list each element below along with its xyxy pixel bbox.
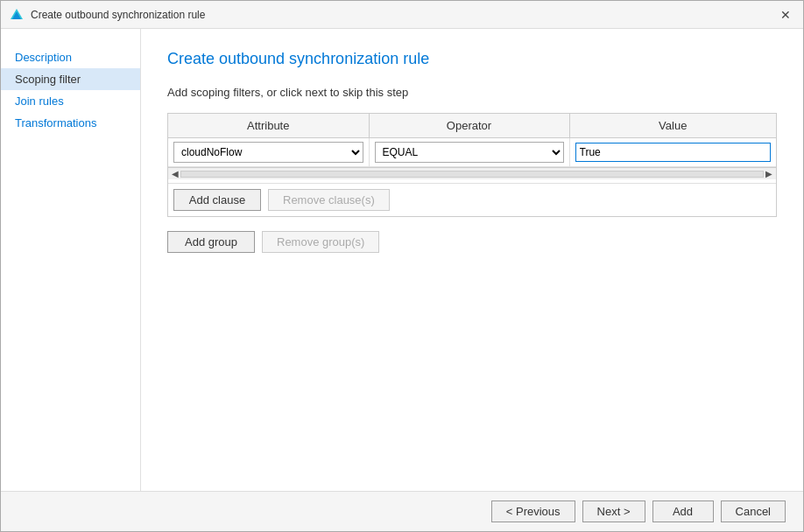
sidebar-item-transformations[interactable]: Transformations <box>1 112 140 134</box>
main-content: Create outbound synchronization rule Add… <box>141 29 803 491</box>
scrollbar-row: ◀ ▶ <box>168 167 776 179</box>
dialog: Create outbound synchronization rule ✕ D… <box>0 0 804 532</box>
value-input[interactable] <box>575 143 771 162</box>
add-group-button[interactable]: Add group <box>167 231 255 253</box>
operator-cell: EQUAL <box>369 138 569 167</box>
content-area: Description Scoping filter Join rules Tr… <box>1 29 803 491</box>
clause-buttons: Add clause Remove clause(s) <box>168 183 776 216</box>
next-button[interactable]: Next > <box>582 500 645 522</box>
scrollbar-track[interactable] <box>180 171 764 178</box>
operator-select[interactable]: EQUAL <box>375 142 564 163</box>
cancel-button[interactable]: Cancel <box>721 500 786 522</box>
sidebar-item-description[interactable]: Description <box>1 46 140 68</box>
remove-clause-button[interactable]: Remove clause(s) <box>268 189 390 211</box>
instruction-text: Add scoping filters, or click next to sk… <box>167 86 777 99</box>
page-title: Create outbound synchronization rule <box>167 50 777 68</box>
title-bar-left: Create outbound synchronization rule <box>10 8 205 22</box>
value-cell <box>569 138 776 167</box>
title-bar-text: Create outbound synchronization rule <box>31 9 205 21</box>
app-icon <box>10 8 24 22</box>
scroll-right-icon[interactable]: ▶ <box>764 169 774 178</box>
col-header-value: Value <box>569 114 776 138</box>
previous-button[interactable]: < Previous <box>491 500 575 522</box>
attribute-cell: cloudNoFlow <box>168 138 369 167</box>
footer: < Previous Next > Add Cancel <box>1 491 803 531</box>
sidebar-item-join-rules[interactable]: Join rules <box>1 90 140 112</box>
filter-table-container: Attribute Operator Value cloudNoFlow <box>167 113 777 217</box>
close-button[interactable]: ✕ <box>777 6 794 24</box>
sidebar-item-scoping-filter[interactable]: Scoping filter <box>1 68 140 90</box>
scroll-left-icon[interactable]: ◀ <box>170 169 180 178</box>
add-button[interactable]: Add <box>652 500 714 522</box>
col-header-operator: Operator <box>369 114 569 138</box>
add-clause-button[interactable]: Add clause <box>173 189 261 211</box>
filter-table: Attribute Operator Value cloudNoFlow <box>168 114 776 167</box>
table-row: cloudNoFlow EQUAL <box>168 138 776 167</box>
title-bar: Create outbound synchronization rule ✕ <box>1 1 803 29</box>
attribute-select[interactable]: cloudNoFlow <box>173 142 363 163</box>
group-buttons: Add group Remove group(s) <box>167 231 777 253</box>
remove-group-button[interactable]: Remove group(s) <box>262 231 379 253</box>
col-header-attribute: Attribute <box>168 114 369 138</box>
sidebar: Description Scoping filter Join rules Tr… <box>1 29 141 491</box>
